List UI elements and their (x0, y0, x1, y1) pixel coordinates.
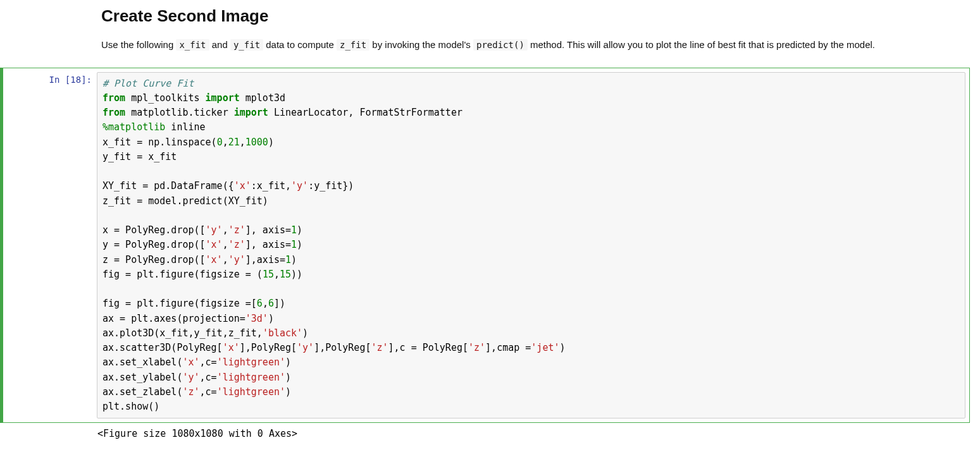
inline-code: predict() (473, 39, 528, 51)
code-cell[interactable]: In [18]: # Plot Curve Fit from mpl_toolk… (0, 68, 970, 424)
output-text: <Figure size 1080x1080 with 0 Axes> (94, 425, 970, 439)
code-input-area[interactable]: # Plot Curve Fit from mpl_toolkits impor… (97, 72, 965, 419)
text: data to compute (263, 39, 337, 50)
text: Use the following (101, 39, 176, 50)
output-prompt-spacer (0, 425, 94, 439)
text: by invoking the model's (369, 39, 473, 50)
inline-code: z_fit (337, 39, 369, 51)
markdown-cell: Create Second Image Use the following x_… (0, 6, 980, 63)
input-area-wrap: # Plot Curve Fit from mpl_toolkits impor… (97, 68, 969, 423)
input-prompt: In [18]: (3, 68, 97, 423)
text: and (209, 39, 230, 50)
notebook-view: Create Second Image Use the following x_… (0, 6, 980, 439)
section-paragraph: Use the following x_fit and y_fit data t… (101, 37, 970, 52)
inline-code: x_fit (176, 39, 209, 51)
output-row: <Figure size 1080x1080 with 0 Axes> (0, 425, 970, 439)
inline-code: y_fit (230, 39, 263, 51)
text: method. This will allow you to plot the … (528, 39, 875, 50)
section-heading: Create Second Image (101, 6, 970, 26)
